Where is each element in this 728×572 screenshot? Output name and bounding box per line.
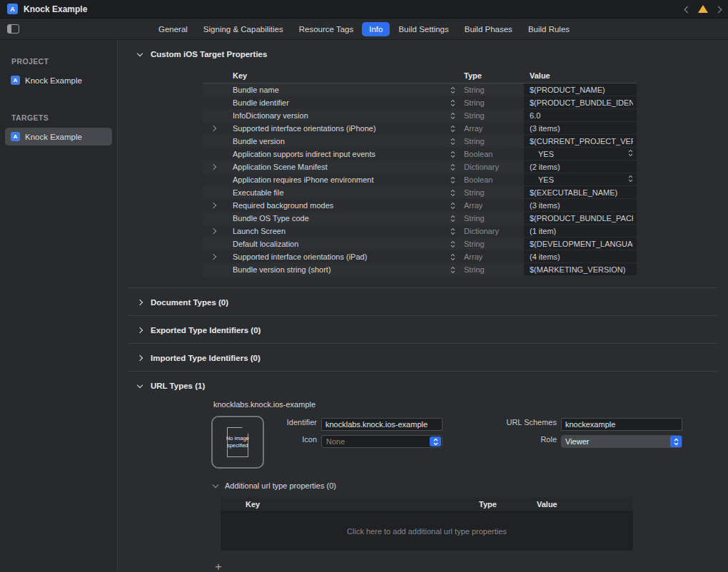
back-chevron-icon[interactable]: [684, 6, 692, 13]
property-key[interactable]: Bundle name: [224, 86, 445, 94]
additional-table-empty-area[interactable]: Click here to add additional url type pr…: [221, 512, 633, 551]
stepper-icon[interactable]: [445, 266, 460, 274]
row-disclosure-chevron-icon[interactable]: [203, 216, 224, 220]
property-value[interactable]: (1 item): [524, 225, 637, 238]
property-key[interactable]: Launch Screen: [224, 227, 445, 235]
property-type[interactable]: Array: [460, 252, 524, 261]
property-key[interactable]: Supported interface orientations (iPhone…: [224, 124, 445, 133]
stepper-icon[interactable]: [445, 86, 460, 94]
row-disclosure-chevron-icon[interactable]: [203, 101, 224, 105]
row-disclosure-chevron-icon[interactable]: [203, 139, 224, 143]
row-disclosure-chevron-icon[interactable]: [203, 203, 224, 208]
stepper-icon[interactable]: [445, 176, 460, 184]
property-key[interactable]: InfoDictionary version: [224, 111, 445, 120]
property-row[interactable]: Default localization String $(DEVELOPMEN…: [203, 238, 637, 250]
tab-build-phases[interactable]: Build Phases: [457, 22, 520, 36]
property-key[interactable]: Bundle version string (short): [224, 265, 445, 274]
property-type[interactable]: Array: [460, 201, 524, 210]
stepper-icon[interactable]: [445, 163, 460, 171]
boolean-stepper-icon[interactable]: [628, 149, 633, 158]
property-type[interactable]: String: [460, 98, 524, 107]
property-type[interactable]: String: [460, 265, 524, 274]
property-key[interactable]: Bundle identifier: [224, 98, 445, 107]
url-types-header[interactable]: URL Types (1): [118, 372, 728, 399]
disclosure-chevron-icon[interactable]: [213, 481, 218, 487]
property-key[interactable]: Bundle OS Type code: [224, 214, 445, 223]
property-type[interactable]: Dictionary: [460, 227, 524, 235]
collapsed-section-header[interactable]: Imported Type Identifiers (0): [118, 344, 728, 371]
property-type[interactable]: Dictionary: [460, 163, 524, 171]
property-key[interactable]: Supported interface orientations (iPad): [224, 252, 445, 261]
property-row[interactable]: Bundle name String $(PRODUCT_NAME): [203, 83, 637, 96]
property-type[interactable]: String: [460, 214, 524, 223]
additional-properties-header[interactable]: Additional url type properties (0): [213, 481, 728, 490]
tab-signing-capabilities[interactable]: Signing & Capabilities: [196, 22, 290, 36]
stepper-icon[interactable]: [445, 228, 460, 235]
row-disclosure-chevron-icon[interactable]: [203, 190, 224, 195]
property-value[interactable]: $(PRODUCT_NAME): [524, 83, 637, 96]
property-value[interactable]: (4 items): [524, 250, 637, 263]
stepper-icon[interactable]: [445, 150, 460, 158]
role-dropdown[interactable]: Viewer: [561, 435, 682, 448]
stepper-icon[interactable]: [445, 202, 460, 210]
stepper-icon[interactable]: [445, 112, 460, 120]
custom-properties-header[interactable]: Custom iOS Target Properties: [118, 40, 728, 67]
tab-general[interactable]: General: [151, 22, 195, 36]
property-type[interactable]: String: [460, 240, 524, 248]
url-schemes-input[interactable]: [561, 418, 682, 431]
property-value[interactable]: 6.0: [524, 109, 637, 122]
property-value[interactable]: (3 items): [524, 122, 637, 135]
property-row[interactable]: Launch Screen Dictionary (1 item): [203, 225, 637, 238]
property-value[interactable]: YES: [524, 173, 637, 186]
row-disclosure-chevron-icon[interactable]: [203, 229, 224, 233]
property-key[interactable]: Application supports indirect input even…: [224, 150, 445, 158]
sidebar-item-target[interactable]: A Knock Example: [5, 128, 112, 145]
tab-info[interactable]: Info: [362, 22, 390, 36]
property-type[interactable]: Boolean: [460, 150, 524, 158]
property-row[interactable]: Bundle OS Type code String $(PRODUCT_BUN…: [203, 212, 637, 225]
icon-dropdown[interactable]: None: [321, 435, 443, 448]
property-type[interactable]: String: [460, 137, 524, 145]
row-disclosure-chevron-icon[interactable]: [203, 178, 224, 182]
boolean-stepper-icon[interactable]: [628, 175, 633, 184]
property-row[interactable]: Application supports indirect input even…: [203, 148, 637, 160]
stepper-icon[interactable]: [445, 240, 460, 248]
sidebar-item-project[interactable]: A Knock Example: [5, 71, 112, 89]
property-key[interactable]: Bundle version: [224, 137, 445, 145]
property-key[interactable]: Required background modes: [224, 201, 445, 210]
tab-build-rules[interactable]: Build Rules: [521, 22, 577, 36]
identifier-input[interactable]: [321, 418, 443, 431]
forward-chevron-icon[interactable]: [715, 6, 722, 13]
property-key[interactable]: Application requires iPhone environment: [224, 175, 445, 184]
property-row[interactable]: Required background modes Array (3 items…: [203, 199, 637, 212]
property-value[interactable]: $(CURRENT_PROJECT_VERS: [524, 135, 637, 148]
property-key[interactable]: Executable file: [224, 188, 445, 197]
row-disclosure-chevron-icon[interactable]: [203, 267, 224, 272]
property-value[interactable]: (3 items): [524, 199, 637, 212]
property-row[interactable]: Application Scene Manifest Dictionary (2…: [203, 160, 637, 173]
tab-resource-tags[interactable]: Resource Tags: [292, 22, 361, 36]
property-value[interactable]: $(PRODUCT_BUNDLE_IDENT: [524, 96, 637, 109]
property-row[interactable]: Bundle version string (short) String $(M…: [203, 263, 637, 276]
property-row[interactable]: Bundle identifier String $(PRODUCT_BUNDL…: [203, 96, 637, 109]
add-url-type-button[interactable]: +: [211, 561, 226, 571]
property-type[interactable]: String: [460, 188, 524, 197]
property-key[interactable]: Default localization: [224, 240, 445, 248]
tab-build-settings[interactable]: Build Settings: [391, 22, 455, 36]
disclosure-chevron-icon[interactable]: [137, 382, 143, 387]
row-disclosure-chevron-icon[interactable]: [203, 113, 224, 118]
property-value[interactable]: YES: [524, 148, 637, 160]
property-row[interactable]: InfoDictionary version String 6.0: [203, 109, 637, 122]
row-disclosure-chevron-icon[interactable]: [203, 126, 224, 131]
property-row[interactable]: Application requires iPhone environment …: [203, 173, 637, 186]
disclosure-chevron-icon[interactable]: [137, 355, 143, 361]
warning-icon[interactable]: [698, 5, 708, 13]
property-type[interactable]: Boolean: [460, 175, 524, 184]
property-value[interactable]: $(MARKETING_VERSION): [524, 263, 637, 276]
property-row[interactable]: Executable file String $(EXECUTABLE_NAME…: [203, 186, 637, 199]
stepper-icon[interactable]: [445, 99, 460, 107]
property-value[interactable]: (2 items): [524, 160, 637, 173]
property-row[interactable]: Supported interface orientations (iPad) …: [203, 250, 637, 263]
property-type[interactable]: String: [460, 86, 524, 94]
row-disclosure-chevron-icon[interactable]: [203, 255, 224, 259]
